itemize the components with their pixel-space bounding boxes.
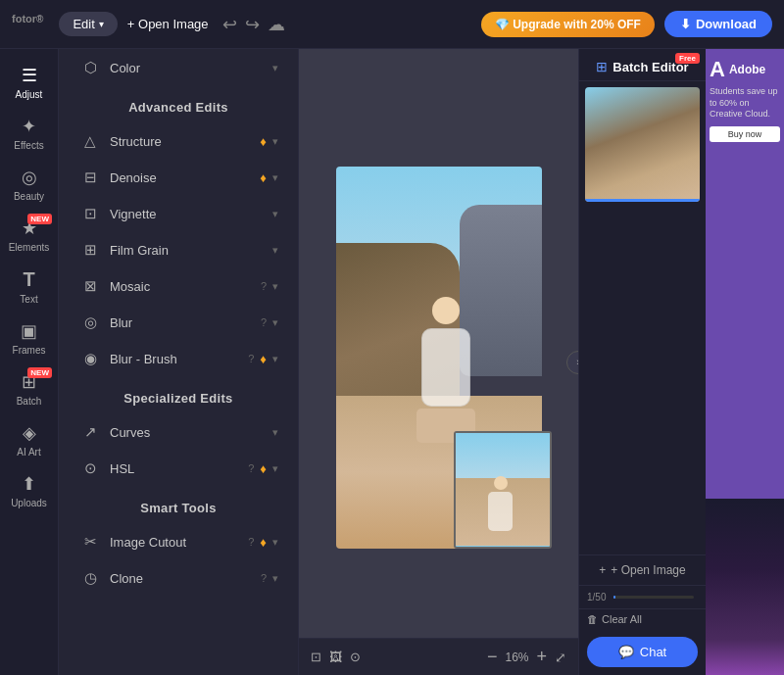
expand-button[interactable]: ⤢ (555, 650, 566, 665)
effects-icon: ✦ (22, 116, 36, 137)
sidebar-item-effects[interactable]: ✦ Effects (0, 108, 58, 159)
open-image-button[interactable]: + Open Image (127, 17, 209, 31)
chat-icon: 💬 (618, 645, 634, 659)
ai-art-icon: ◈ (23, 422, 36, 444)
chevron-down-icon: ▾ (272, 353, 278, 365)
image-cutout-tool[interactable]: ✂ Image Cutout ? ♦ ▾ (65, 524, 292, 559)
mosaic-tool[interactable]: ⊠ Mosaic ? ▾ (65, 268, 292, 304)
premium-icon: ♦ (260, 461, 267, 476)
canvas-area: › (299, 49, 578, 675)
chevron-down-icon: ▾ (272, 62, 278, 74)
help-icon[interactable]: ? (248, 462, 254, 474)
collapse-right-panel-button[interactable]: › (566, 351, 578, 374)
add-image-button[interactable]: + + Open Image (579, 554, 706, 585)
logo-text: fotor (12, 13, 36, 24)
canvas-tool-btn-2[interactable]: 🖼 (329, 650, 342, 664)
zoom-in-button[interactable]: + (536, 647, 547, 667)
main-area: ☰ Adjust ✦ Effects ◎ Beauty NEW ★ Elemen… (0, 49, 784, 675)
help-icon[interactable]: ? (261, 280, 267, 292)
canvas-tool-btn-1[interactable]: ⊡ (311, 650, 321, 664)
chevron-down-icon: ▾ (272, 462, 278, 475)
chevron-down-icon: ▾ (272, 426, 278, 439)
hsl-tool[interactable]: ⊙ HSL ? ♦ ▾ (65, 451, 292, 486)
structure-tool[interactable]: △ Structure ♦ ▾ (65, 123, 292, 159)
batch-thumbnail[interactable] (585, 87, 700, 202)
adobe-icon: A (710, 57, 725, 82)
structure-icon: △ (80, 132, 100, 150)
chevron-down-icon: ▾ (272, 135, 278, 148)
upgrade-button[interactable]: 💎 Upgrade with 20% OFF (481, 12, 655, 37)
batch-header: ⊞ Batch Editor Free (579, 49, 706, 81)
beauty-icon: ◎ (22, 167, 37, 188)
free-badge: Free (675, 53, 700, 64)
sidebar-item-adjust[interactable]: ☰ Adjust (0, 57, 58, 108)
frames-icon: ▣ (21, 320, 37, 342)
curves-icon: ↗ (80, 423, 100, 441)
chevron-down-icon: ▾ (272, 244, 278, 257)
text-icon: T (23, 268, 34, 291)
vignette-tool[interactable]: ⊡ Vignette ▾ (65, 196, 292, 231)
color-icon: ⬡ (80, 59, 100, 76)
advanced-edits-title: Advanced Edits (59, 86, 298, 122)
help-icon[interactable]: ? (261, 316, 267, 328)
help-icon[interactable]: ? (248, 353, 254, 364)
clone-icon: ◷ (80, 569, 100, 587)
progress-text: 1/50 (587, 592, 606, 603)
app-logo: fotor® (12, 13, 43, 35)
cloud-icon[interactable]: ☁ (268, 14, 285, 35)
curves-tool[interactable]: ↗ Curves ▾ (65, 414, 292, 450)
image-cutout-icon: ✂ (80, 533, 100, 551)
undo-icon[interactable]: ↩ (222, 14, 237, 35)
premium-icon: ♦ (260, 352, 267, 366)
edit-menu-button[interactable]: Edit ▾ (59, 12, 117, 36)
batch-new-badge: NEW (27, 367, 52, 378)
premium-icon: ♦ (260, 170, 267, 185)
new-badge: NEW (27, 214, 52, 224)
sidebar-item-elements[interactable]: NEW ★ Elements (0, 210, 58, 261)
blur-tool[interactable]: ◎ Blur ? ▾ (65, 305, 292, 340)
chevron-down-icon: ▾ (272, 171, 278, 184)
batch-panel: ⊞ Batch Editor Free + + Open Image 1/50 … (578, 49, 706, 675)
film-grain-tool[interactable]: ⊞ Film Grain ▾ (65, 232, 292, 267)
plus-icon: + (599, 563, 606, 577)
ad-buy-button[interactable]: Buy now (710, 126, 780, 142)
sidebar-item-text[interactable]: T Text (0, 261, 58, 313)
chevron-down-icon: ▾ (99, 19, 104, 29)
trash-icon: 🗑 (587, 613, 598, 625)
blur-brush-tool[interactable]: ◉ Blur - Brush ? ♦ ▾ (65, 341, 292, 376)
download-button[interactable]: ⬇ Download (664, 11, 772, 37)
mosaic-icon: ⊠ (80, 277, 100, 295)
sidebar-item-uploads[interactable]: ⬆ Uploads (0, 465, 58, 516)
sidebar-item-ai-art[interactable]: ◈ AI Art (0, 414, 58, 465)
canvas-tool-btn-3[interactable]: ⊙ (350, 650, 361, 664)
progress-bar (613, 596, 615, 599)
sidebar-item-frames[interactable]: ▣ Frames (0, 313, 58, 363)
chevron-down-icon: ▾ (272, 536, 278, 549)
clear-all-button[interactable]: 🗑 Clear All (579, 608, 706, 629)
chat-button[interactable]: 💬 Chat (587, 637, 698, 667)
denoise-tool[interactable]: ⊟ Denoise ♦ ▾ (65, 160, 292, 195)
color-tool[interactable]: ⬡ Color ▾ (65, 50, 292, 85)
chevron-down-icon: ▾ (272, 208, 278, 220)
smart-tools-title: Smart Tools (59, 487, 298, 523)
hsl-icon: ⊙ (80, 459, 100, 477)
uploads-icon: ⬆ (22, 473, 36, 495)
sidebar-icons: ☰ Adjust ✦ Effects ◎ Beauty NEW ★ Elemen… (0, 49, 59, 675)
premium-icon: ♦ (260, 535, 267, 550)
adobe-brand: Adobe (729, 63, 765, 76)
sidebar-item-beauty[interactable]: ◎ Beauty (0, 159, 58, 210)
help-icon[interactable]: ? (261, 572, 267, 584)
sidebar-item-batch[interactable]: NEW ⊞ Batch (0, 363, 58, 414)
film-grain-icon: ⊞ (80, 241, 100, 259)
left-panel: ⬡ Color ▾ Advanced Edits △ Structure ♦ ▾… (59, 49, 299, 675)
help-icon[interactable]: ? (248, 536, 254, 548)
chevron-down-icon: ▾ (272, 280, 278, 293)
zoom-out-button[interactable]: − (487, 647, 498, 667)
redo-icon[interactable]: ↪ (245, 14, 260, 35)
ad-text: Students save up to 60% on Creative Clou… (710, 86, 780, 121)
premium-icon: ♦ (260, 134, 267, 149)
batch-image-list (579, 81, 706, 554)
ad-panel: A Adobe Students save up to 60% on Creat… (706, 49, 784, 675)
clone-tool[interactable]: ◷ Clone ? ▾ (65, 560, 292, 596)
batch-editor-icon: ⊞ (596, 59, 608, 74)
